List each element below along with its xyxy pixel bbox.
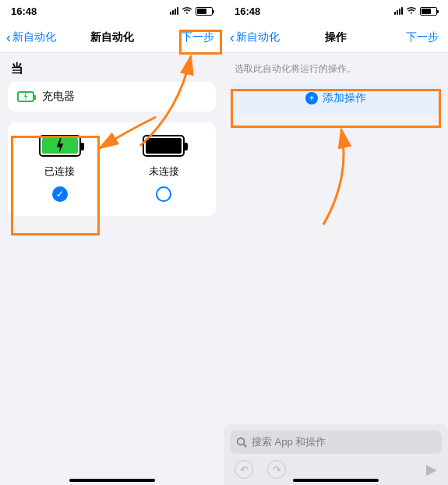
- option-connected-label: 已连接: [44, 165, 75, 179]
- back-button[interactable]: ‹ 新自动化: [230, 30, 280, 44]
- option-connected[interactable]: 已连接 ✓: [8, 135, 112, 202]
- keyboard-toolbar: ↶ ↷ ▶: [230, 454, 442, 480]
- section-when-label: 当: [0, 53, 224, 82]
- home-indicator[interactable]: [69, 479, 155, 482]
- chevron-left-icon: ‹: [6, 30, 11, 44]
- back-button[interactable]: ‹ 新自动化: [6, 30, 56, 44]
- home-indicator[interactable]: [293, 479, 379, 482]
- redo-button[interactable]: ↷: [267, 460, 286, 479]
- next-button[interactable]: 下一步: [403, 29, 442, 46]
- battery-disconnected-icon: [143, 135, 185, 157]
- option-grid: 已连接 ✓ 未连接: [8, 122, 216, 216]
- svg-line-1: [244, 444, 247, 448]
- trigger-row-charger[interactable]: 充电器: [8, 82, 216, 112]
- add-action-button[interactable]: + 添加操作: [231, 82, 440, 115]
- add-action-label: 添加操作: [323, 91, 366, 105]
- screen-new-automation: 16:48 ‹ 新自动化 新自动化 下一步 当 充电器: [0, 0, 224, 485]
- option-connected-check: ✓: [52, 186, 68, 202]
- option-disconnected-label: 未连接: [149, 165, 179, 179]
- trigger-row-label: 充电器: [42, 90, 75, 104]
- battery-icon: [196, 7, 213, 16]
- charger-icon: [17, 91, 34, 102]
- search-icon: [236, 437, 247, 448]
- battery-connected-icon: [39, 135, 81, 157]
- back-label: 新自动化: [236, 30, 280, 44]
- search-input[interactable]: 搜索 App 和操作: [230, 430, 442, 454]
- status-bar: 16:48: [224, 0, 448, 22]
- option-disconnected-check: [156, 186, 171, 202]
- nav-bar: ‹ 新自动化 新自动化 下一步: [0, 22, 224, 53]
- content-area: 当 充电器 已连接 ✓: [0, 53, 224, 485]
- content-area: 选取此自动化将运行的操作。 + 添加操作 搜索 App 和操作 ↶ ↷ ▶: [224, 53, 448, 485]
- page-title: 新自动化: [90, 30, 134, 44]
- status-bar: 16:48: [0, 0, 224, 22]
- svg-point-0: [238, 438, 245, 445]
- nav-bar: ‹ 新自动化 操作 下一步: [224, 22, 448, 53]
- signal-icon: [394, 7, 403, 15]
- battery-icon: [420, 7, 437, 16]
- status-time: 16:48: [11, 5, 37, 17]
- wifi-icon: [182, 7, 192, 15]
- page-title: 操作: [325, 30, 347, 44]
- bottom-panel: 搜索 App 和操作 ↶ ↷ ▶: [224, 424, 448, 485]
- undo-button[interactable]: ↶: [235, 460, 253, 479]
- status-icons: [170, 7, 213, 16]
- signal-icon: [170, 7, 178, 15]
- wifi-icon: [406, 7, 417, 15]
- run-button[interactable]: ▶: [426, 461, 437, 478]
- option-disconnected[interactable]: 未连接: [112, 135, 217, 202]
- chevron-left-icon: ‹: [230, 30, 235, 44]
- search-placeholder: 搜索 App 和操作: [252, 435, 326, 449]
- back-label: 新自动化: [12, 30, 56, 44]
- screen-actions: 16:48 ‹ 新自动化 操作 下一步 选取此自动化将运行的操作。 + 添加操作: [224, 0, 448, 485]
- description-text: 选取此自动化将运行的操作。: [224, 53, 448, 82]
- status-time: 16:48: [235, 5, 260, 17]
- next-button[interactable]: 下一步: [178, 29, 217, 46]
- status-icons: [394, 7, 437, 16]
- plus-circle-icon: +: [305, 92, 318, 104]
